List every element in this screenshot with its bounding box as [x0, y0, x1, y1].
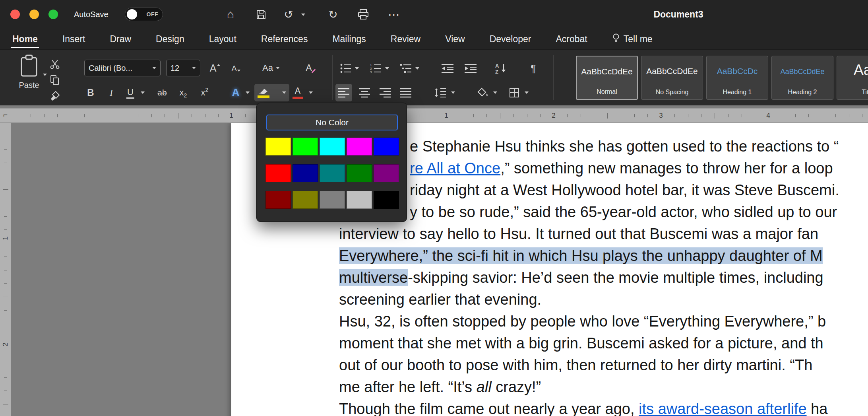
tab-tell-me[interactable]: Tell me: [612, 33, 653, 45]
tab-home[interactable]: Home: [12, 34, 38, 45]
align-right-button[interactable]: [377, 84, 393, 101]
hyperlink[interactable]: its award-season afterlife: [639, 400, 806, 416]
highlight-button[interactable]: [254, 84, 289, 101]
strikethrough-button[interactable]: ab: [153, 85, 171, 101]
bullets-chevron[interactable]: [355, 67, 359, 70]
tab-references[interactable]: References: [261, 34, 308, 45]
highlight-swatch[interactable]: [374, 191, 399, 209]
multilevel-list-button[interactable]: [398, 60, 414, 76]
close-window-button[interactable]: [10, 10, 20, 19]
numbering-chevron[interactable]: [385, 67, 389, 70]
horizontal-ruler[interactable]: ⌐ 11234: [0, 108, 868, 123]
line-spacing-button[interactable]: [432, 85, 449, 101]
highlight-swatch[interactable]: [293, 164, 318, 182]
bullets-button[interactable]: [338, 60, 354, 76]
change-case-button[interactable]: Aa: [259, 60, 283, 76]
line-spacing-chevron[interactable]: [451, 91, 455, 94]
shading-chevron[interactable]: [493, 91, 497, 94]
copy-button[interactable]: [47, 74, 63, 87]
style-heading-2[interactable]: AaBbCcDdEeHeading 2: [771, 56, 833, 100]
numbering-button[interactable]: 123: [368, 60, 384, 76]
shading-button[interactable]: [474, 85, 491, 101]
align-left-button[interactable]: [335, 84, 352, 101]
vertical-ruler[interactable]: 12: [0, 123, 11, 416]
highlight-swatch[interactable]: [293, 191, 318, 209]
paste-dropdown-chevron[interactable]: [43, 74, 47, 76]
highlight-swatch[interactable]: [347, 138, 372, 156]
zoom-window-button[interactable]: [48, 10, 58, 19]
font-size-select[interactable]: 12: [166, 60, 200, 76]
highlight-swatch[interactable]: [320, 138, 345, 156]
increase-indent-button[interactable]: [462, 60, 479, 76]
underline-button[interactable]: U: [122, 85, 138, 101]
highlight-swatch[interactable]: [347, 164, 372, 182]
home-icon[interactable]: ⌂: [223, 0, 238, 29]
autosave-toggle[interactable]: OFF: [125, 8, 163, 21]
sort-button[interactable]: AZ: [492, 60, 510, 76]
clear-formatting-button[interactable]: A: [301, 60, 320, 76]
ruler-number: 2: [2, 342, 10, 346]
text-run: ,” something new manages to throw her fo…: [500, 160, 833, 177]
font-color-button[interactable]: A: [289, 85, 307, 101]
cut-button[interactable]: [47, 58, 63, 71]
hyperlink[interactable]: re All at Once: [410, 160, 500, 177]
align-center-button[interactable]: [356, 84, 373, 101]
superscript-button[interactable]: x2: [196, 85, 213, 101]
more-commands-button[interactable]: ⋯: [386, 0, 402, 29]
highlight-swatch[interactable]: [265, 138, 291, 156]
show-paragraph-marks-button[interactable]: ¶: [525, 60, 541, 76]
tab-mailings[interactable]: Mailings: [332, 34, 366, 45]
paste-button[interactable]: Paste: [11, 54, 47, 103]
tab-insert[interactable]: Insert: [62, 34, 85, 45]
highlight-swatch[interactable]: [320, 191, 345, 209]
style-no-spacing[interactable]: AaBbCcDdEeNo Spacing: [641, 56, 703, 100]
increase-indent-icon: [465, 63, 477, 74]
redo-button[interactable]: ↻: [325, 0, 341, 29]
style-heading-1[interactable]: AaBbCcDcHeading 1: [706, 56, 768, 100]
style-normal[interactable]: AaBbCcDdEeNormal: [576, 56, 638, 100]
ruler-number: 4: [766, 112, 770, 120]
group-separator: [78, 55, 78, 100]
no-color-button[interactable]: No Color: [266, 115, 398, 130]
decrease-indent-button[interactable]: [439, 60, 456, 76]
tab-review[interactable]: Review: [391, 34, 420, 45]
style-label: No Spacing: [641, 89, 703, 96]
italic-button[interactable]: I: [104, 85, 118, 101]
minimize-window-button[interactable]: [29, 10, 39, 19]
tab-draw[interactable]: Draw: [110, 34, 131, 45]
save-button[interactable]: [253, 0, 269, 29]
highlight-swatch[interactable]: [374, 138, 399, 156]
multilevel-chevron[interactable]: [415, 67, 419, 70]
grow-font-button[interactable]: A: [206, 60, 224, 76]
borders-chevron[interactable]: [525, 91, 529, 94]
tab-stop-selector[interactable]: ⌐: [3, 111, 8, 119]
text-effects-chevron[interactable]: [246, 91, 250, 94]
autosave-label: AutoSave: [74, 0, 108, 29]
highlight-swatch[interactable]: [265, 164, 291, 182]
style-title[interactable]: AaBTitle: [837, 56, 868, 100]
tab-developer[interactable]: Developer: [490, 34, 531, 45]
highlight-dropdown-chevron[interactable]: [282, 91, 286, 94]
font-color-chevron[interactable]: [309, 91, 313, 94]
tab-design[interactable]: Design: [156, 34, 184, 45]
tab-layout[interactable]: Layout: [209, 34, 236, 45]
highlight-swatch[interactable]: [374, 164, 399, 182]
format-painter-button[interactable]: [47, 89, 63, 103]
highlight-swatch[interactable]: [265, 191, 291, 209]
highlight-swatch[interactable]: [320, 164, 345, 182]
highlight-swatch[interactable]: [293, 138, 318, 156]
underline-dropdown-chevron[interactable]: [141, 91, 145, 94]
bold-button[interactable]: B: [83, 85, 98, 101]
align-justify-button[interactable]: [397, 84, 414, 101]
shrink-font-button[interactable]: A: [227, 60, 245, 76]
text-effects-button[interactable]: A: [227, 85, 244, 101]
undo-dropdown-chevron[interactable]: [301, 14, 305, 16]
print-button[interactable]: [355, 0, 371, 29]
undo-button[interactable]: ↺: [281, 0, 296, 29]
highlight-swatch[interactable]: [347, 191, 372, 209]
subscript-button[interactable]: x2: [175, 85, 192, 101]
tab-acrobat[interactable]: Acrobat: [556, 34, 587, 45]
tab-view[interactable]: View: [445, 34, 465, 45]
borders-button[interactable]: [506, 85, 523, 101]
font-name-select[interactable]: Calibri (Bo...: [84, 60, 161, 76]
